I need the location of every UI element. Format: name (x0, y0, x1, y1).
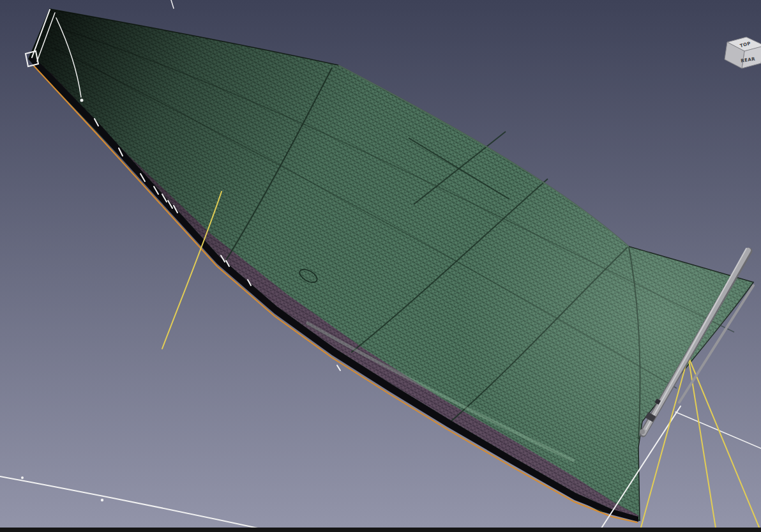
rope-dot (101, 499, 103, 501)
viewport-canvas[interactable]: TOP REAR (0, 0, 761, 532)
halyard-end-dot (80, 99, 84, 102)
mast-foot[interactable] (640, 429, 645, 434)
bottom-bar (0, 528, 761, 532)
rope-dot (21, 476, 24, 479)
cad-3d-viewport[interactable]: TOP REAR (0, 0, 761, 532)
